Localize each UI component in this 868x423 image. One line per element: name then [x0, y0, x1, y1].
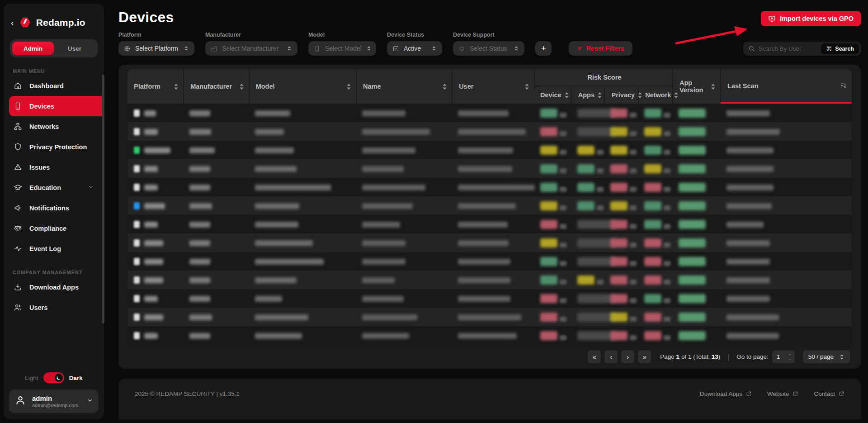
app-root: ‹ Redamp.io Admin User MAIN MENUDashboar…: [0, 0, 868, 423]
col-header-risk-device[interactable]: Device: [534, 86, 571, 104]
import-devices-gpo-button[interactable]: Import devices via GPO: [761, 11, 861, 26]
table-row[interactable]: [127, 215, 852, 233]
col-header-name[interactable]: Name: [356, 69, 452, 104]
pagination-first-button[interactable]: «: [588, 350, 601, 363]
sort-descending-icon: [840, 82, 847, 90]
sidebar-item-users[interactable]: Users: [4, 297, 104, 318]
table-row[interactable]: [127, 308, 852, 326]
sidebar-item-issues[interactable]: Issues: [4, 157, 104, 177]
table-row[interactable]: [127, 178, 852, 196]
filter-select[interactable]: Select Status: [453, 41, 524, 56]
table-row[interactable]: [127, 252, 852, 271]
col-header-risk-apps[interactable]: Apps: [571, 86, 604, 104]
filters-row: PlatformSelect PlatformManufacturerSelec…: [118, 32, 862, 56]
platform-os-icon: [134, 184, 140, 191]
col-header-model[interactable]: Model: [249, 69, 356, 104]
megaphone-icon: [14, 204, 22, 212]
pagination-last-button[interactable]: »: [638, 350, 651, 363]
sidebar-collapse-icon[interactable]: ‹: [11, 18, 14, 27]
theme-dark-label: Dark: [69, 375, 83, 381]
theme-toggle-switch[interactable]: [43, 372, 64, 383]
filter-select[interactable]: Active: [387, 41, 442, 56]
chevron-updown-icon: [514, 45, 519, 52]
reset-filters-button[interactable]: ✕ Reset Filters: [569, 41, 632, 56]
col-header-app-version[interactable]: App Version: [672, 69, 720, 104]
sort-icon: [442, 83, 447, 90]
goto-page-input-box: ⌃⌃: [772, 350, 795, 363]
app-version-badge: [679, 164, 706, 173]
search-button[interactable]: ⌘ Search: [821, 43, 859, 54]
risk-badge: [644, 238, 661, 247]
chevron-updown-icon: [431, 45, 437, 52]
platform-os-icon: [134, 276, 140, 284]
table-row[interactable]: [127, 196, 852, 215]
goto-page-input[interactable]: [777, 353, 786, 360]
footer-link-download-apps[interactable]: Download Apps: [700, 390, 752, 397]
role-admin-button[interactable]: Admin: [12, 42, 54, 55]
app-version-badge: [679, 201, 706, 210]
table-row[interactable]: [127, 271, 852, 289]
table-row[interactable]: [127, 233, 852, 252]
table-row[interactable]: [127, 141, 852, 159]
col-header-risk-privacy[interactable]: Privacy: [604, 86, 638, 104]
sidebar-item-event-log[interactable]: Event Log: [4, 238, 104, 259]
risk-badge: [644, 127, 661, 136]
risk-badge: [610, 238, 627, 247]
risk-badge: [644, 146, 661, 155]
filter-select[interactable]: Select Model: [308, 41, 376, 56]
col-header-last-scan[interactable]: Last Scan: [720, 69, 852, 104]
risk-badge: [540, 294, 557, 303]
app-version-badge: [679, 146, 706, 155]
footer-link-contact[interactable]: Contact: [814, 390, 844, 397]
sidebar-section-label: COMPANY MANAGEMENT: [13, 270, 104, 275]
footer-link-website[interactable]: Website: [767, 390, 799, 397]
factory-icon: [211, 45, 217, 52]
sidebar-scrollbar-thumb[interactable]: [102, 75, 104, 323]
role-user-button[interactable]: User: [54, 42, 95, 55]
number-spinner-icon[interactable]: ⌃⌃: [788, 355, 792, 359]
search-input[interactable]: [755, 45, 821, 52]
table-row[interactable]: [127, 326, 852, 345]
col-header-user[interactable]: User: [452, 69, 534, 104]
sidebar-item-dashboard[interactable]: Dashboard: [4, 76, 104, 96]
risk-badge: [644, 331, 661, 340]
sidebar-item-download-apps[interactable]: Download Apps: [4, 277, 104, 297]
risk-badge: [610, 313, 627, 322]
table-row[interactable]: [127, 289, 852, 308]
pagination-prev-button[interactable]: ‹: [604, 350, 618, 363]
sidebar-item-compliance[interactable]: Compliance: [4, 218, 104, 238]
sidebar-nav: MAIN MENUDashboardDevicesNetworksPrivacy…: [4, 57, 104, 318]
filter-manufacturer: ManufacturerSelect Manufacturer: [205, 32, 297, 56]
filter-label: Device Status: [387, 32, 442, 38]
user-profile-card[interactable]: admin admin@redamp.com: [9, 390, 99, 413]
risk-badge: [644, 201, 661, 210]
sidebar-item-education[interactable]: Education: [4, 177, 104, 198]
filter-select[interactable]: Select Platform: [118, 41, 194, 56]
platform-os-icon: [134, 314, 140, 321]
add-filter-button[interactable]: +: [535, 41, 552, 56]
sidebar-item-devices[interactable]: Devices: [9, 96, 104, 116]
page-size-select[interactable]: 50 / page: [803, 350, 850, 363]
risk-badge: [644, 109, 661, 118]
table-row[interactable]: [127, 122, 852, 141]
sidebar-item-privacy-protection[interactable]: Privacy Protection: [4, 137, 104, 157]
col-header-platform[interactable]: Platform: [127, 69, 183, 104]
scales-icon: [14, 224, 22, 233]
table-row[interactable]: [127, 104, 852, 122]
col-header-risk-network[interactable]: Network: [638, 86, 672, 104]
filter-select[interactable]: Select Manufacturer: [205, 41, 297, 56]
main-content: Devices Import devices via GPO PlatformS…: [112, 4, 864, 419]
col-header-manufacturer[interactable]: Manufacturer: [183, 69, 248, 104]
table-row[interactable]: [127, 159, 852, 178]
risk-badge: [644, 257, 661, 266]
app-version-badge: [679, 183, 706, 192]
risk-badge: [540, 109, 557, 118]
risk-badge: [540, 238, 557, 247]
risk-badge: [644, 183, 661, 192]
sort-icon: [524, 83, 529, 90]
pagination-next-button[interactable]: ›: [621, 350, 634, 363]
risk-badge: [644, 313, 661, 322]
warning-icon: [14, 163, 22, 171]
sidebar-item-notifications[interactable]: Notifications: [4, 198, 104, 218]
sidebar-item-networks[interactable]: Networks: [4, 116, 104, 137]
